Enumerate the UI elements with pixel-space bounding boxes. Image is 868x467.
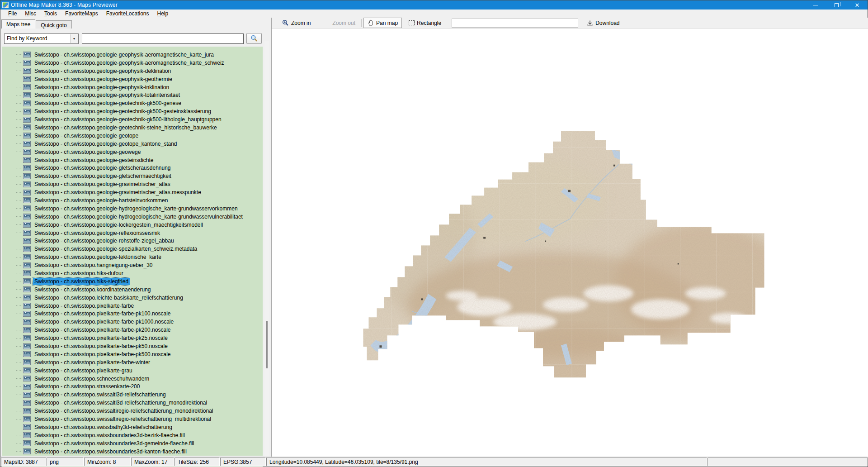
tree-item[interactable]: Swisstopo - ch.swisstopo.geologie-geotec…	[2, 107, 212, 115]
close-button[interactable]: ✕	[847, 0, 868, 10]
app-icon	[2, 2, 9, 8]
tree-item[interactable]: Swisstopo - ch.swisstopo.geologie-geotec…	[2, 99, 183, 107]
keyword-input[interactable]	[82, 33, 244, 44]
tab-quick-goto[interactable]: Quick goto	[36, 20, 71, 29]
tree-item[interactable]: Swisstopo - ch.swisstopo.geologie-geophy…	[2, 59, 226, 67]
tree-item[interactable]: Swisstopo - ch.swisstopo.pixelkarte-farb…	[2, 358, 151, 367]
coordinate-input[interactable]	[452, 19, 578, 28]
tree-item[interactable]: Swisstopo - ch.swisstopo.hiks-siegfried	[2, 277, 130, 286]
minimize-button[interactable]	[805, 0, 826, 10]
tree-item[interactable]: Swisstopo - ch.swisstopo.hangneigung-ueb…	[2, 261, 154, 269]
zoom-in-button[interactable]: Zoom in	[278, 18, 315, 28]
menu-tools[interactable]: Tools	[40, 10, 61, 17]
tree-item[interactable]: Swisstopo - ch.swisstopo.koordinatenaend…	[2, 286, 152, 294]
search-icon	[250, 35, 258, 42]
rectangle-button[interactable]: Rectangle	[405, 18, 445, 28]
tree-item[interactable]: Swisstopo - ch.swisstopo.swissalti3d-rel…	[2, 391, 167, 399]
tree-item[interactable]: Swisstopo - ch.swisstopo.geologie-geophy…	[2, 75, 174, 83]
tree-connector	[16, 354, 22, 354]
menu-file[interactable]: File	[4, 10, 21, 17]
menu-help[interactable]: Help	[153, 10, 173, 17]
tree-connector	[16, 135, 22, 136]
status-tile-size: TileSize: 256	[175, 457, 220, 466]
tree-connector	[16, 184, 22, 185]
tree-item[interactable]: Swisstopo - ch.swisstopo.geologie-tekton…	[2, 253, 163, 261]
tree-item[interactable]: Swisstopo - ch.swisstopo.geologie-hartst…	[2, 196, 169, 205]
status-maps-id: MapsID: 3887	[1, 457, 46, 466]
tree-item[interactable]: Swisstopo - ch.swisstopo.geologie-geophy…	[2, 91, 181, 99]
tree-item[interactable]: Swisstopo - ch.swisstopo.swissalti3d-rel…	[2, 399, 208, 407]
tree-item[interactable]: Swisstopo - ch.swisstopo.pixelkarte-farb…	[2, 302, 135, 310]
tree-item[interactable]: Swisstopo - ch.swisstopo.strassenkarte-2…	[2, 383, 141, 391]
tree-item[interactable]: Swisstopo - ch.swisstopo.schneeschuhwand…	[2, 375, 151, 383]
tree-connector	[16, 289, 22, 290]
tree-item[interactable]: Swisstopo - ch.swisstopo.geologie-geophy…	[2, 83, 170, 91]
tree-item[interactable]: Swisstopo - ch.swisstopo.geologie-geotop…	[2, 140, 179, 148]
tree-item[interactable]: Swisstopo - ch.swisstopo.geologie-hydrog…	[2, 213, 244, 221]
tree-item[interactable]: Swisstopo - ch.swisstopo.geologie-gletsc…	[2, 172, 173, 180]
map-layer-icon	[23, 343, 31, 349]
tree-item[interactable]: Swisstopo - ch.swisstopo.pixelkarte-farb…	[2, 318, 175, 326]
window-title: Offline Map Maker 8.363 - Maps Previewer	[11, 2, 118, 8]
map-country-mosaic	[362, 119, 787, 391]
tree-item[interactable]: Swisstopo - ch.swisstopo.swissaltiregio-…	[2, 407, 215, 415]
tree-item[interactable]: Swisstopo - ch.swisstopo.geologie-geophy…	[2, 51, 215, 59]
tree-item[interactable]: Swisstopo - ch.swisstopo.swissboundaries…	[2, 431, 186, 439]
tree-item[interactable]: Swisstopo - ch.swisstopo.swissaltiregio-…	[2, 415, 212, 423]
tree-item[interactable]: Swisstopo - ch.swisstopo.geologie-gletsc…	[2, 164, 172, 172]
tree-item[interactable]: Swisstopo - ch.swisstopo.geologie-gravim…	[2, 188, 203, 196]
map-layer-icon	[23, 327, 31, 333]
map-layer-icon	[23, 165, 31, 171]
map-layer-icon	[23, 400, 31, 406]
menu-favoritelocations[interactable]: FavoriteLocations	[102, 10, 153, 17]
download-button[interactable]: Download	[583, 18, 623, 28]
tree-item[interactable]: Swisstopo - ch.swisstopo.geologie-hydrog…	[2, 205, 239, 213]
map-layer-icon	[23, 408, 31, 414]
tree-item[interactable]: Swisstopo - ch.swisstopo.geologie-geotec…	[2, 124, 218, 132]
tree-item[interactable]: Swisstopo - ch.swisstopo.geologie-geoweg…	[2, 148, 142, 156]
restore-button[interactable]	[826, 0, 847, 10]
tree-connector	[16, 395, 22, 395]
map-layer-icon	[23, 432, 31, 438]
tree-connector	[16, 370, 22, 371]
tree-item[interactable]: Swisstopo - ch.swisstopo.pixelkarte-farb…	[2, 350, 172, 358]
tab-maps-tree[interactable]: Maps tree	[1, 19, 35, 29]
tree-item[interactable]: Swisstopo - ch.swisstopo.pixelkarte-farb…	[2, 310, 172, 318]
search-mode-combobox[interactable]: Find by Keyword ▼	[4, 33, 79, 44]
tree-item[interactable]: Swisstopo - ch.swisstopo.geologie-reflex…	[2, 229, 161, 237]
map-canvas[interactable]	[272, 29, 868, 457]
tree-item[interactable]: Swisstopo - ch.swisstopo.geologie-geophy…	[2, 67, 172, 75]
tree-connector	[16, 403, 22, 403]
tree-item[interactable]: Swisstopo - ch.swisstopo.geologie-locker…	[2, 221, 204, 229]
tree-connector	[16, 338, 22, 338]
map-panel: Zoom in Zoom out Pan map Rectangle	[272, 18, 868, 457]
menu-favoritemaps[interactable]: FavoriteMaps	[61, 10, 102, 17]
tree-item[interactable]: Swisstopo - ch.swisstopo.geologie-geotop…	[2, 132, 140, 140]
tree-item[interactable]: Swisstopo - ch.swisstopo.hiks-dufour	[2, 269, 125, 277]
tree-item[interactable]: Swisstopo - ch.swisstopo.pixelkarte-farb…	[2, 326, 172, 334]
tree-item[interactable]: Swisstopo - ch.swisstopo.swissboundaries…	[2, 439, 196, 448]
tree-vertical-scrollbar[interactable]	[264, 41, 269, 458]
tree-item[interactable]: Swisstopo - ch.swisstopo.pixelkarte-grau	[2, 367, 134, 375]
tree-item[interactable]: Swisstopo - ch.swisstopo.leichte-basiska…	[2, 294, 184, 302]
pan-map-button[interactable]: Pan map	[363, 18, 402, 28]
chevron-down-icon[interactable]: ▼	[70, 34, 78, 43]
tree-item[interactable]: Swisstopo - ch.swisstopo.pixelkarte-farb…	[2, 342, 169, 350]
tree-item[interactable]: Swisstopo - ch.swisstopo.swissboundaries…	[2, 448, 188, 456]
map-layer-icon	[23, 60, 31, 66]
tree-item[interactable]: Swisstopo - ch.swisstopo.pixelkarte-farb…	[2, 334, 169, 342]
status-min-zoom: MinZoom: 8	[84, 457, 131, 466]
tree-item[interactable]: Swisstopo - ch.swisstopo.geologie-spezia…	[2, 245, 198, 253]
tree-item[interactable]: Swisstopo - ch.swisstopo.geologie-geotec…	[2, 115, 223, 124]
tree-item[interactable]: Swisstopo - ch.swisstopo.geologie-rohsto…	[2, 237, 175, 245]
search-button[interactable]	[246, 33, 262, 44]
tree-item[interactable]: Swisstopo - ch.swisstopo.geologie-gestei…	[2, 156, 155, 164]
menu-misc[interactable]: Misc	[21, 10, 40, 17]
zoom-out-button[interactable]: Zoom out	[328, 18, 359, 28]
map-layer-icon	[23, 181, 31, 187]
tree-item[interactable]: Swisstopo - ch.swisstopo.geologie-gravim…	[2, 180, 172, 188]
map-layer-icon	[23, 100, 31, 106]
tree-item[interactable]: Swisstopo - ch.swisstopo.swissbathy3d-re…	[2, 423, 174, 431]
vertical-scrollbar-thumb[interactable]	[266, 321, 268, 368]
status-bar: MapsID: 3887 png MinZoom: 8 MaxZoom: 17 …	[0, 457, 868, 467]
